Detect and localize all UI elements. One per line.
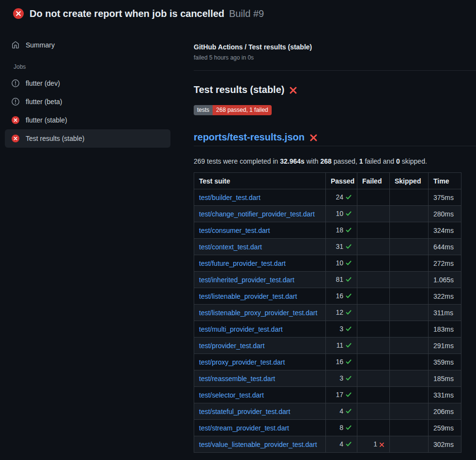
table-row: test/context_test.dart31644ms [194, 239, 461, 255]
summary-text-segment: skipped. [400, 157, 427, 165]
failed-status-icon [12, 116, 19, 124]
home-icon [12, 41, 19, 49]
suite-cell: test/change_notifier_provider_test.dart [194, 206, 326, 222]
summary-text-segment: with [305, 157, 321, 165]
test-suite-link[interactable]: test/reassemble_test.dart [199, 375, 275, 383]
sidebar-item-summary[interactable]: Summary [5, 36, 170, 54]
suite-cell: test/listenable_provider_test.dart [194, 288, 326, 305]
page-title: Do not create report when job is cancell… [30, 7, 264, 20]
table-row: test/selector_test.dart17331ms [194, 387, 461, 403]
failed-status-icon [12, 135, 19, 142]
check-icon [345, 441, 352, 449]
column-header-passed: Passed [326, 173, 357, 189]
test-suite-link[interactable]: test/change_notifier_provider_test.dart [199, 210, 315, 218]
check-icon [345, 309, 352, 317]
table-row: test/multi_provider_test.dart3183ms [194, 321, 461, 337]
failed-cell [357, 305, 390, 321]
test-suite-link[interactable]: test/context_test.dart [199, 243, 262, 251]
check-icon [345, 260, 352, 268]
time-cell: 291ms [429, 337, 461, 354]
test-suite-link[interactable]: test/proxy_provider_test.dart [199, 358, 285, 366]
column-header-test-suite: Test suite [194, 173, 326, 189]
test-suite-link[interactable]: test/selector_test.dart [199, 391, 264, 399]
time-cell: 331ms [429, 387, 461, 403]
test-suite-link[interactable]: test/consumer_test.dart [199, 227, 270, 234]
test-suite-link[interactable]: test/listenable_proxy_provider_test.dart [199, 309, 317, 317]
job-label: flutter (stable) [26, 116, 67, 124]
suite-cell: test/future_provider_test.dart [194, 255, 326, 272]
suite-cell: test/value_listenable_provider_test.dart [194, 436, 326, 453]
test-suite-link[interactable]: test/listenable_provider_test.dart [199, 292, 297, 300]
failed-cell [357, 255, 390, 272]
table-row: test/listenable_provider_test.dart16322m… [194, 288, 461, 305]
check-icon [345, 325, 352, 334]
sidebar-item-flutter-dev[interactable]: flutter (dev) [5, 74, 170, 92]
check-icon [345, 227, 352, 235]
skipped-cell [390, 354, 429, 370]
skipped-cell [390, 337, 429, 354]
test-suite-link[interactable]: test/stream_provider_test.dart [199, 424, 289, 432]
passed-cell: 8 [326, 420, 357, 436]
failed-cell [357, 387, 390, 403]
report-link[interactable]: reports/test-results.json [194, 131, 305, 143]
summary-text-segment: failed and [363, 157, 397, 165]
check-icon [345, 375, 352, 383]
time-cell: 324ms [429, 222, 461, 239]
suite-cell: test/reassemble_test.dart [194, 370, 326, 387]
test-suite-link[interactable]: test/value_listenable_provider_test.dart [199, 441, 317, 448]
failed-cell [357, 272, 390, 288]
check-icon [345, 210, 352, 218]
check-icon [345, 194, 352, 202]
job-label: flutter (dev) [26, 79, 60, 87]
skipped-cell [390, 255, 429, 272]
skipped-cell [390, 239, 429, 255]
passed-cell: 3 [326, 370, 357, 387]
job-label: flutter (beta) [26, 98, 62, 106]
build-number: Build #9 [229, 8, 264, 19]
section-title-text: Test results (stable) [194, 84, 284, 95]
skipped-cell [390, 403, 429, 420]
test-suite-link[interactable]: test/provider_test.dart [199, 342, 264, 350]
table-row: test/value_listenable_provider_test.dart… [194, 436, 461, 453]
time-cell: 183ms [429, 321, 461, 337]
table-row: test/provider_test.dart11291ms [194, 337, 461, 354]
check-icon [345, 408, 352, 416]
test-suite-link[interactable]: test/stateful_provider_test.dart [199, 408, 290, 415]
sidebar-item-flutter-stable[interactable]: flutter (stable) [5, 111, 170, 129]
suite-cell: test/builder_test.dart [194, 189, 326, 206]
summary-passed-count: 268 [321, 157, 332, 165]
test-suite-link[interactable]: test/multi_provider_test.dart [199, 325, 283, 333]
failed-status-icon [13, 8, 24, 19]
suite-cell: test/provider_test.dart [194, 337, 326, 354]
test-suite-link[interactable]: test/inherited_provider_test.dart [199, 276, 294, 284]
check-icon [345, 292, 352, 301]
failed-cell [357, 189, 390, 206]
time-cell: 1.065s [429, 272, 461, 288]
check-icon [345, 243, 352, 251]
run-header: Do not create report when job is cancell… [0, 0, 476, 25]
time-cell: 311ms [429, 305, 461, 321]
time-cell: 185ms [429, 370, 461, 387]
report-title: reports/test-results.json [194, 131, 476, 143]
failed-cell [357, 321, 390, 337]
time-cell: 280ms [429, 206, 461, 222]
summary-skipped-count: 0 [396, 157, 400, 165]
failed-x-icon [289, 86, 297, 94]
time-cell: 375ms [429, 189, 461, 206]
test-suite-link[interactable]: test/builder_test.dart [199, 194, 261, 201]
time-cell: 644ms [429, 239, 461, 255]
passed-cell: 31 [326, 239, 357, 255]
time-cell: 322ms [429, 288, 461, 305]
test-suite-link[interactable]: test/future_provider_test.dart [199, 260, 286, 267]
sidebar-item-test-results-stable[interactable]: Test results (stable) [5, 129, 170, 148]
summary-text-segment: passed, [332, 157, 359, 165]
skipped-cell [390, 305, 429, 321]
failed-cell [357, 288, 390, 305]
column-header-failed: Failed [357, 173, 390, 189]
failed-cell [357, 206, 390, 222]
skipped-cell [390, 387, 429, 403]
sidebar-item-flutter-beta[interactable]: flutter (beta) [5, 92, 170, 111]
table-row: test/consumer_test.dart18324ms [194, 222, 461, 239]
summary-duration: 32.964s [280, 157, 305, 165]
time-cell: 259ms [429, 420, 461, 436]
